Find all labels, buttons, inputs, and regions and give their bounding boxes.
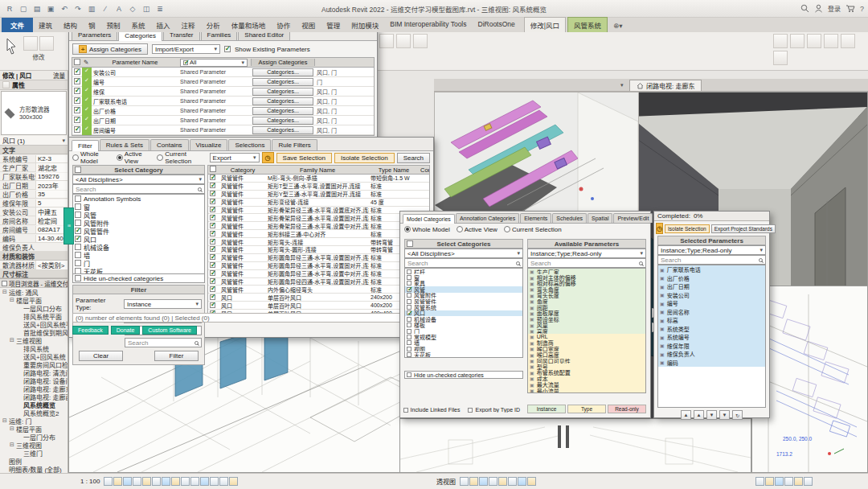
sheetlink-tab[interactable]: Spatial: [588, 213, 612, 223]
temporary-hide-icon[interactable]: [518, 477, 526, 486]
category-checkbox[interactable]: [75, 236, 81, 242]
all-categories-checkbox[interactable]: [75, 166, 81, 173]
category-checkbox[interactable]: [407, 310, 411, 315]
selected-parameter-item[interactable]: ▣ 出厂价格: [658, 274, 765, 283]
property-row[interactable]: 编码 14-30.40.12: [0, 234, 68, 243]
parameter-item[interactable]: ▣ 回风口可见性: [528, 358, 645, 364]
category-item[interactable]: 常规模型: [405, 334, 522, 339]
category-checkbox[interactable]: [407, 281, 411, 286]
onefilter-tab[interactable]: Selections: [228, 139, 271, 150]
category-item[interactable]: 风管系统: [405, 304, 522, 310]
ribbon-tab[interactable]: 管理: [321, 18, 346, 32]
tree-toggle-icon[interactable]: ⊟: [10, 442, 16, 448]
property-value[interactable]: K2-3: [35, 155, 68, 162]
ribbon-tool-icon[interactable]: [824, 34, 838, 48]
selected-parameter-item[interactable]: ▣ 系统编号: [658, 333, 765, 342]
isolate-selection-button[interactable]: Isolate Selection: [665, 224, 710, 233]
ribbon-tab[interactable]: 插入: [151, 18, 176, 32]
browser-tree-item[interactable]: 送风+回风系统平面: [0, 320, 68, 328]
row-checkbox[interactable]: [74, 88, 80, 94]
category-checkbox[interactable]: [407, 340, 411, 345]
crop-region-icon[interactable]: [162, 477, 170, 486]
property-value[interactable]: <按类别>: [35, 261, 68, 269]
footer-link-button[interactable]: Donate: [111, 326, 141, 335]
property-row[interactable]: 系统编号 K2-3: [0, 154, 68, 163]
property-row[interactable]: 厂家联系电话 159276: [0, 172, 68, 181]
parameter-row[interactable]: ✓ 维保 Shared Parameter Categories... 风口, …: [72, 87, 374, 97]
footer-link-button[interactable]: Feedback: [72, 326, 108, 335]
category-item[interactable]: 楼板: [405, 323, 522, 328]
property-row[interactable]: 安装公司 中建五: [0, 208, 68, 216]
property-value[interactable]: 159276: [35, 173, 68, 180]
browser-tree-item[interactable]: ⊟ 三维视图: [0, 441, 68, 449]
onefilter-tab[interactable]: Contains: [150, 139, 189, 150]
parameter-filter-dropdown[interactable]: Instance;Type;Read-only: [657, 245, 766, 255]
category-checkbox[interactable]: [75, 268, 81, 274]
browser-tree-item[interactable]: ⊟ 运维: 通风: [0, 288, 68, 296]
browser-tree-item[interactable]: ⊟ 三维视图: [0, 336, 68, 344]
ribbon-context-tab[interactable]: 风管系统: [567, 17, 608, 32]
browser-tree-item[interactable]: 送风+回风系统: [0, 352, 68, 360]
move-bottom-button[interactable]: ▼: [719, 410, 730, 420]
category-item[interactable]: 家具: [405, 281, 522, 286]
history-icon-button[interactable]: ◷: [262, 152, 274, 163]
parameter-item[interactable]: ▣ 间距: [528, 304, 645, 310]
detail-level-icon[interactable]: [113, 477, 122, 486]
category-checkbox[interactable]: [407, 305, 411, 310]
category-checkbox[interactable]: [75, 260, 81, 266]
ribbon-tool-icon[interactable]: [396, 34, 411, 48]
property-value[interactable]: 14-30.40.12: [35, 235, 68, 242]
col-family-name[interactable]: Family Name: [266, 166, 369, 174]
scope-radio[interactable]: Active View: [457, 226, 497, 233]
import-export-dropdown[interactable]: Import/Export: [152, 44, 220, 54]
open-icon[interactable]: ▤: [31, 3, 43, 14]
browser-tree-item[interactable]: 排风系统: [0, 344, 68, 352]
category-checkbox[interactable]: [407, 352, 411, 357]
select-arrow-icon[interactable]: [2, 35, 20, 59]
element-checkbox[interactable]: [210, 294, 215, 300]
undo-icon[interactable]: ↶: [59, 3, 70, 14]
save-selection-button[interactable]: Save Selection: [276, 153, 332, 163]
property-row[interactable]: 散流器材质 <按类别>: [0, 261, 68, 269]
category-item[interactable]: 机械设备: [73, 243, 204, 251]
ribbon-tab-file[interactable]: 文件: [2, 18, 33, 32]
category-checkbox[interactable]: [407, 335, 411, 339]
ribbon-tab[interactable]: 协作: [271, 18, 296, 32]
browser-tree-item[interactable]: 图例: [0, 457, 68, 465]
category-checkbox[interactable]: [407, 347, 411, 351]
category-item[interactable]: 风管管件: [405, 298, 522, 304]
element-checkbox[interactable]: [210, 175, 215, 180]
row-checkbox[interactable]: [74, 78, 80, 84]
sheetlink-tab[interactable]: Elements: [520, 213, 551, 223]
parameter-item[interactable]: ▣ 预设坐标: [528, 316, 645, 322]
export-by-type-checkbox[interactable]: [468, 408, 473, 413]
categories-button[interactable]: Categories...: [252, 88, 313, 96]
move-down-button[interactable]: ▼: [706, 410, 717, 420]
redo-icon[interactable]: ↷: [72, 3, 84, 14]
element-checkbox[interactable]: [210, 239, 215, 244]
category-checkbox[interactable]: [75, 212, 81, 218]
filter-button[interactable]: Filter: [154, 351, 199, 361]
category-item[interactable]: 天花板: [405, 351, 522, 357]
property-value[interactable]: 中建五: [35, 208, 68, 216]
category-item[interactable]: 门: [73, 259, 204, 267]
category-item[interactable]: 风管: [73, 211, 204, 219]
browser-tree-item[interactable]: 闭路电视: 走廊东: [0, 384, 68, 392]
ribbon-tool-icon[interactable]: [773, 34, 788, 48]
tree-toggle-icon[interactable]: ⊟: [10, 337, 16, 343]
parameter-item[interactable]: ▣ 型号: [528, 364, 645, 369]
category-item[interactable]: 视图: [405, 346, 522, 351]
col-assign-categories[interactable]: Assign Categories: [251, 59, 315, 66]
parameter-item[interactable]: ▣ 相对主体的偏移: [528, 274, 645, 280]
category-item[interactable]: 风口: [73, 235, 204, 243]
browser-tree-item[interactable]: 明细表/数量 (全部): [0, 465, 68, 473]
selected-search-input[interactable]: Search: [657, 255, 766, 265]
parameter-item[interactable]: ▣ 弯头长度: [528, 293, 645, 298]
worksharing-icon[interactable]: [229, 477, 238, 486]
selected-parameter-item[interactable]: ▣ 编码: [658, 359, 765, 368]
tree-toggle-icon[interactable]: ⊟: [10, 297, 16, 303]
tree-toggle-icon[interactable]: ⊟: [2, 289, 9, 295]
parameter-row[interactable]: ✓ 房间编号 Shared Parameter Categories... 风口…: [72, 125, 374, 135]
login-label[interactable]: 登录: [828, 4, 841, 13]
user-icon[interactable]: [814, 4, 823, 13]
